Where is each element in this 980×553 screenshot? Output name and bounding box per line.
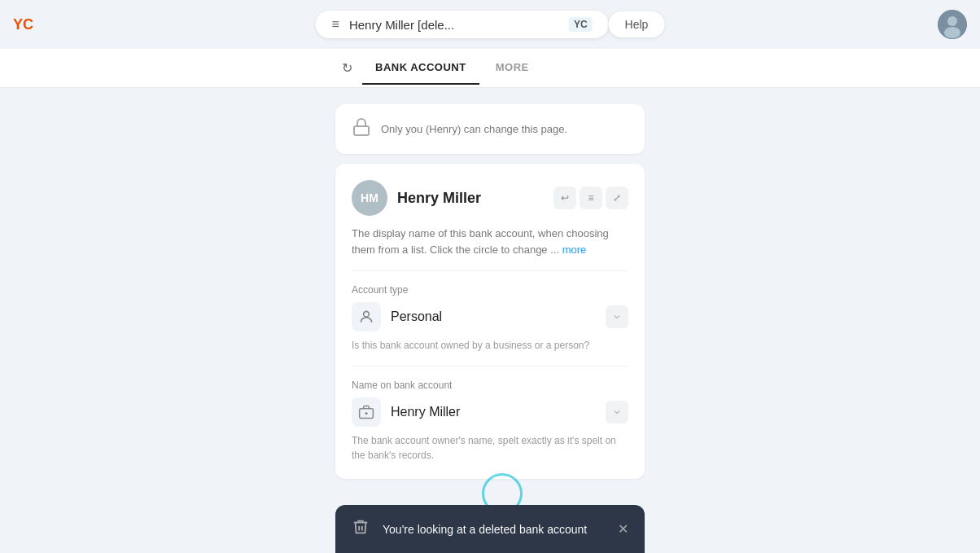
hamburger-icon[interactable]: ≡	[332, 17, 339, 32]
trash-icon	[352, 518, 370, 540]
bank-name-icon	[352, 397, 381, 427]
more-link[interactable]: more	[562, 244, 587, 256]
refresh-button[interactable]: ↻	[342, 60, 352, 76]
account-type-row: Personal	[352, 302, 628, 331]
account-type-icon	[352, 302, 381, 331]
svg-point-4	[364, 311, 370, 317]
tab-bank-account[interactable]: BANK ACCOUNT	[362, 51, 479, 85]
banner-close-button[interactable]: ✕	[618, 521, 628, 537]
expand-button[interactable]: ⤢	[606, 187, 628, 209]
form-card: HM Henry Miller ↩ ≡ ⤢ The display name o…	[335, 164, 645, 479]
deleted-banner: You're looking at a deleted bank account…	[335, 505, 645, 553]
notice-text: Only you (Henry) can change this page.	[381, 123, 567, 135]
search-bar[interactable]: ≡ Henry Miller [dele... YC	[316, 11, 609, 38]
banner-text: You're looking at a deleted bank account	[383, 523, 605, 536]
main-content: Only you (Henry) can change this page. H…	[0, 88, 980, 495]
bank-name-value: Henry Miller	[391, 405, 596, 419]
top-bar: YC ≡ Henry Miller [dele... YC Help	[0, 0, 980, 49]
yc-badge: YC	[569, 17, 593, 32]
undo-button[interactable]: ↩	[553, 187, 576, 209]
top-bar-left: YC	[13, 16, 46, 33]
top-bar-center: ≡ Henry Miller [dele... YC Help	[316, 11, 665, 38]
tab-bar: ↻ BANK ACCOUNT MORE	[0, 49, 980, 88]
account-name: Henry Miller	[397, 190, 544, 207]
bank-name-edit-button[interactable]	[606, 401, 628, 424]
svg-point-2	[944, 27, 960, 38]
search-title: Henry Miller [dele...	[349, 18, 559, 32]
account-type-edit-button[interactable]	[606, 305, 628, 328]
help-button[interactable]: Help	[609, 11, 665, 37]
account-type-value: Personal	[391, 309, 596, 324]
list-button[interactable]: ≡	[580, 187, 602, 209]
bank-name-row: Henry Miller	[352, 397, 628, 427]
top-bar-right	[938, 10, 967, 39]
account-header: HM Henry Miller ↩ ≡ ⤢	[352, 180, 628, 216]
avatar[interactable]	[938, 10, 967, 39]
svg-point-1	[947, 16, 957, 26]
tab-more[interactable]: MORE	[483, 51, 542, 85]
info-notice: Only you (Henry) can change this page.	[335, 104, 645, 154]
yc-logo: YC	[13, 16, 33, 33]
avatar-image	[938, 10, 967, 39]
bank-name-section: Name on bank account Henry Miller	[352, 366, 628, 463]
account-name-wrap: Henry Miller	[397, 190, 544, 207]
bank-name-label: Name on bank account	[352, 380, 628, 391]
account-type-section: Account type Personal I	[352, 271, 628, 366]
account-type-helper: Is this bank account owned by a business…	[352, 338, 628, 353]
action-icons: ↩ ≡ ⤢	[553, 187, 628, 209]
bank-name-helper: The bank account owner's name, spelt exa…	[352, 433, 628, 463]
lock-icon	[352, 117, 371, 141]
svg-rect-3	[354, 126, 369, 135]
hm-avatar[interactable]: HM	[352, 180, 387, 216]
account-type-label: Account type	[352, 284, 628, 296]
card-container: Only you (Henry) can change this page. H…	[335, 104, 645, 479]
account-description: The display name of this bank account, w…	[352, 226, 628, 271]
